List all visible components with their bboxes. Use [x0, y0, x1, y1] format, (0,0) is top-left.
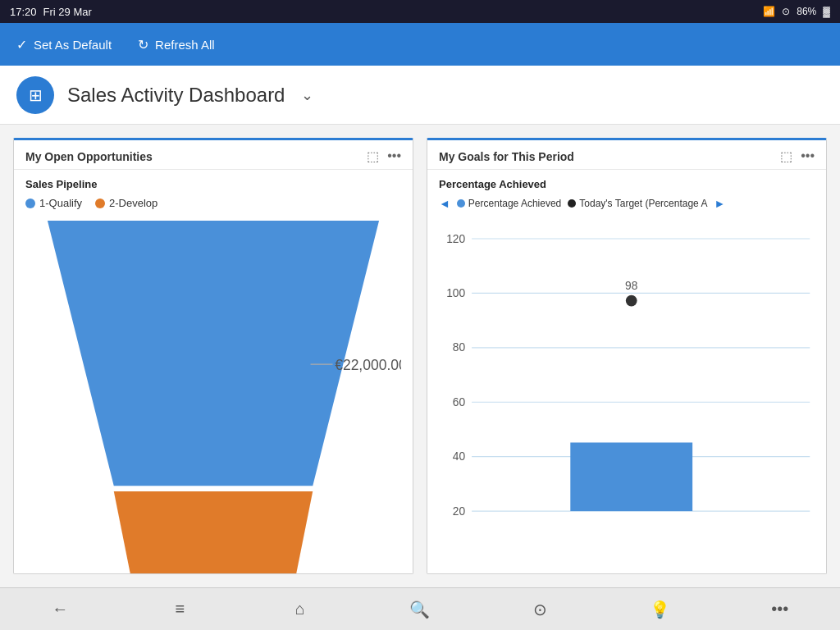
legend-dot-qualify: [25, 199, 35, 208]
widget-actions-opportunities: ⬚ •••: [367, 148, 401, 164]
funnel-value-label: €22,000.00: [335, 357, 401, 373]
widget-title-opportunities: My Open Opportunities: [25, 150, 153, 163]
toolbar: ✓ Set As Default ↻ Refresh All: [0, 23, 840, 66]
goals-widget: My Goals for This Period ⬚ ••• Percentag…: [427, 138, 827, 574]
refresh-icon: ↻: [138, 37, 148, 52]
legend-qualify: 1-Qualify: [25, 197, 82, 209]
expand-icon-goals[interactable]: ⬚: [780, 148, 792, 164]
status-bar: 17:20 Fri 29 Mar 📶 ⊙ 86% ▓: [0, 0, 840, 23]
svg-text:60: 60: [453, 396, 466, 409]
bar-segment: [570, 442, 692, 511]
legend-label-qualify: 1-Qualify: [39, 197, 82, 209]
home-button[interactable]: ⌂: [281, 590, 320, 629]
funnel-bottom-segment: [114, 491, 313, 574]
chart-legend-row: ◄ Percentage Achieved Today's Target (Pe…: [439, 197, 815, 210]
funnel-container: €22,000.00: [25, 217, 401, 574]
widget-header-opportunities: My Open Opportunities ⬚ •••: [14, 140, 413, 170]
widget-header-goals: My Goals for This Period ⬚ •••: [427, 140, 826, 170]
bottom-nav: ← ≡ ⌂ 🔍 ⊙ 💡 •••: [0, 587, 840, 630]
open-opportunities-widget: My Open Opportunities ⬚ ••• Sales Pipeli…: [13, 138, 413, 574]
battery-percent: 86%: [797, 6, 816, 17]
funnel-top-segment: [48, 221, 379, 486]
legend-item-target: Today's Target (Percentage A: [568, 198, 707, 209]
checkmark-icon: ✓: [16, 37, 27, 52]
legend-circle-target: [568, 199, 576, 208]
legend-develop: 2-Develop: [95, 197, 158, 209]
data-point-label: 98: [625, 280, 638, 292]
bar-chart-area: 120 100 80 60 40 20: [439, 217, 815, 565]
dashboard: My Open Opportunities ⬚ ••• Sales Pipeli…: [0, 125, 840, 587]
more-button[interactable]: •••: [760, 590, 800, 629]
battery-icon: ▓: [823, 6, 830, 17]
signal-icon: ⊙: [782, 6, 790, 17]
expand-icon[interactable]: ⬚: [367, 148, 379, 164]
svg-text:100: 100: [446, 287, 465, 299]
svg-text:40: 40: [453, 450, 466, 463]
time: 17:20: [10, 6, 37, 18]
legend-label-achieved: Percentage Achieved: [468, 198, 561, 209]
legend-label-target: Today's Target (Percentage A: [579, 198, 707, 209]
set-default-button[interactable]: ✓ Set As Default: [16, 37, 112, 52]
svg-text:80: 80: [453, 341, 466, 354]
legend-item-achieved: Percentage Achieved: [457, 198, 561, 209]
data-point-dot: [626, 295, 637, 307]
svg-text:20: 20: [453, 505, 466, 518]
set-default-label: Set As Default: [34, 38, 112, 52]
more-icon-goals[interactable]: •••: [801, 148, 815, 164]
legend-circle-achieved: [457, 199, 465, 208]
funnel-legend: 1-Qualify 2-Develop: [25, 197, 401, 209]
legend-label-develop: 2-Develop: [109, 197, 158, 209]
page-title: Sales Activity Dashboard: [67, 84, 285, 107]
date: Fri 29 Mar: [43, 6, 92, 18]
wifi-icon: 📶: [763, 6, 775, 17]
title-dropdown-arrow[interactable]: ⌄: [301, 86, 313, 104]
tips-button[interactable]: 💡: [641, 590, 680, 629]
chart-title-goals: Percentage Achieved: [439, 178, 815, 190]
legend-next-arrow[interactable]: ►: [714, 197, 725, 210]
app-icon-symbol: ⊞: [29, 85, 43, 105]
page-header: ⊞ Sales Activity Dashboard ⌄: [0, 66, 840, 125]
widget-body-goals: Percentage Achieved ◄ Percentage Achieve…: [427, 170, 826, 573]
refresh-all-label: Refresh All: [155, 38, 215, 52]
legend-dot-develop: [95, 199, 105, 208]
back-button[interactable]: ←: [40, 590, 80, 629]
widget-title-goals: My Goals for This Period: [439, 150, 574, 163]
bar-chart: 120 100 80 60 40 20: [439, 217, 815, 565]
widget-actions-goals: ⬚ •••: [780, 148, 815, 164]
legend-prev-arrow[interactable]: ◄: [439, 197, 450, 210]
svg-text:120: 120: [446, 233, 465, 245]
menu-button[interactable]: ≡: [160, 590, 199, 629]
funnel-chart: €22,000.00: [25, 221, 401, 574]
search-button[interactable]: 🔍: [400, 590, 440, 629]
chart-title-pipeline: Sales Pipeline: [25, 178, 401, 190]
more-icon[interactable]: •••: [387, 148, 401, 164]
widget-body-opportunities: Sales Pipeline 1-Qualify 2-Develop: [14, 170, 413, 574]
complete-button[interactable]: ⊙: [520, 590, 559, 629]
app-icon: ⊞: [16, 76, 54, 114]
refresh-all-button[interactable]: ↻ Refresh All: [138, 37, 215, 52]
